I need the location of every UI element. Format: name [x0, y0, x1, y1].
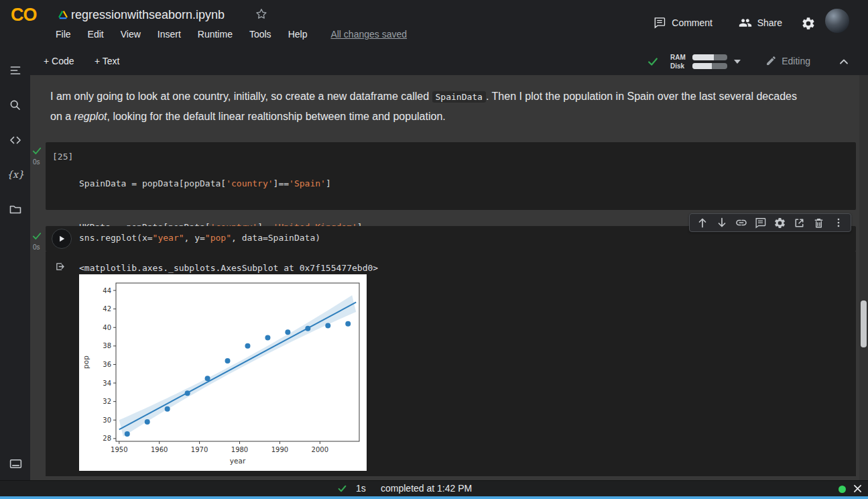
svg-text:42: 42: [103, 305, 111, 313]
matplotlib-figure: 1950196019701980199020002830323436384042…: [79, 274, 367, 471]
status-bar: 1s completed at 1:42 PM: [0, 480, 868, 496]
execution-count: [25]: [52, 152, 73, 162]
svg-text:year: year: [230, 457, 246, 465]
svg-text:1970: 1970: [191, 446, 208, 453]
open-cell-in-tab-icon[interactable]: [790, 214, 809, 231]
collapse-header-chevron-icon[interactable]: [837, 55, 851, 68]
move-cell-up-icon[interactable]: [692, 214, 712, 231]
table-of-contents-icon[interactable]: [7, 62, 24, 79]
svg-text:2000: 2000: [312, 446, 328, 453]
comment-icon: [653, 16, 666, 30]
cell1-success-check-icon: [32, 146, 42, 156]
code-snippets-icon[interactable]: [7, 131, 24, 149]
scrollbar-track[interactable]: [859, 75, 868, 480]
disk-meter: [692, 63, 727, 69]
variables-icon[interactable]: {x}: [7, 166, 24, 183]
markdown-text: , looking for the default linear realtio…: [107, 111, 446, 122]
runtime-connected-check-icon: [647, 56, 659, 68]
ram-meter: [692, 54, 727, 60]
cell1-exec-time: 0s: [33, 158, 40, 166]
settings-gear-icon[interactable]: [801, 16, 816, 31]
comment-label: Comment: [672, 17, 712, 28]
comment-button[interactable]: Comment: [653, 16, 712, 30]
svg-text:38: 38: [103, 342, 111, 349]
add-text-button[interactable]: + Text: [95, 56, 120, 66]
scrollbar-thumb[interactable]: [861, 300, 867, 347]
terminal-icon[interactable]: [7, 455, 24, 472]
status-check-icon: [337, 484, 347, 494]
save-status[interactable]: All changes saved: [330, 29, 407, 40]
svg-text:36: 36: [103, 361, 111, 368]
code-editor-2[interactable]: sns.regplot(x="year", y="pop", data=Spai…: [79, 233, 320, 243]
cell2-exec-time: 0s: [33, 243, 40, 251]
delete-cell-trash-icon[interactable]: [809, 214, 828, 231]
markdown-text: I am only going to look at one country, …: [50, 91, 432, 102]
ram-label: RAM: [670, 54, 689, 61]
menu-bar: File Edit View Insert Runtime Tools Help…: [56, 29, 407, 40]
svg-text:1980: 1980: [231, 446, 248, 453]
share-label: Share: [757, 17, 782, 28]
link-to-cell-icon[interactable]: [731, 214, 751, 231]
disk-label: Disk: [670, 62, 689, 70]
resource-monitor[interactable]: RAM Disk: [670, 53, 727, 70]
svg-text:1950: 1950: [111, 446, 127, 453]
run-cell-button[interactable]: [52, 229, 72, 249]
more-options-icon[interactable]: [828, 214, 848, 231]
editing-label: Editing: [782, 56, 810, 66]
colab-logo[interactable]: CO: [11, 5, 37, 25]
svg-text:30: 30: [103, 417, 111, 424]
cell-settings-gear-icon[interactable]: [770, 214, 790, 231]
svg-text:28: 28: [103, 435, 111, 442]
code-cell-1[interactable]: [25] SpainData = popData[popData['countr…: [46, 142, 856, 210]
svg-text:pop: pop: [82, 355, 90, 369]
regplot-chart: 1950196019701980199020002830323436384042…: [79, 274, 367, 471]
output-marker-icon[interactable]: [54, 261, 66, 272]
notebook-content: I am only going to look at one country, …: [30, 75, 868, 480]
output-area: <matplotlib.axes._subplots.AxesSubplot a…: [46, 252, 856, 476]
status-message: completed at 1:42 PM: [381, 483, 472, 494]
pencil-icon: [765, 55, 777, 66]
search-icon[interactable]: [7, 97, 24, 114]
svg-text:1990: 1990: [271, 446, 288, 453]
svg-text:1960: 1960: [151, 446, 168, 453]
menu-file[interactable]: File: [56, 29, 71, 40]
app-header: CO regressionwithseaborn.ipynb File Edit…: [0, 0, 868, 48]
add-code-button[interactable]: + Code: [44, 56, 74, 66]
user-avatar[interactable]: [825, 9, 849, 33]
menu-runtime[interactable]: Runtime: [198, 29, 233, 40]
files-folder-icon[interactable]: [7, 201, 24, 218]
cell2-success-check-icon: [32, 231, 42, 241]
markdown-italic: regplot: [74, 111, 107, 122]
notebook-filename[interactable]: regressionwithseaborn.ipynb: [71, 8, 225, 22]
bottom-accent-strip: [0, 496, 868, 499]
google-drive-icon: [57, 9, 69, 21]
notebook-toolbar: + Code + Text RAM Disk Editing: [30, 48, 868, 75]
svg-text:32: 32: [103, 398, 111, 405]
move-cell-down-icon[interactable]: [712, 214, 731, 231]
play-icon: [57, 234, 66, 243]
status-close-icon[interactable]: [853, 484, 862, 493]
add-comment-icon[interactable]: [751, 214, 770, 231]
menu-help[interactable]: Help: [288, 29, 308, 40]
menu-tools[interactable]: Tools: [249, 29, 271, 40]
star-icon[interactable]: [255, 7, 268, 21]
output-repr-text: <matplotlib.axes._subplots.AxesSubplot a…: [79, 263, 378, 273]
svg-text:44: 44: [103, 287, 111, 294]
editing-mode-button[interactable]: Editing: [765, 55, 810, 66]
inline-code-chip: SpainData: [432, 91, 486, 103]
svg-text:34: 34: [103, 380, 111, 387]
menu-edit[interactable]: Edit: [88, 29, 104, 40]
svg-text:40: 40: [103, 324, 111, 331]
cell-toolbar: [689, 213, 851, 232]
status-green-dot: [839, 486, 846, 493]
code-line: SpainData = popData[popData['country']==…: [79, 176, 363, 191]
resource-caret-down-icon[interactable]: [734, 60, 741, 64]
share-button[interactable]: Share: [739, 16, 782, 30]
markdown-cell[interactable]: I am only going to look at one country, …: [50, 87, 802, 126]
menu-insert[interactable]: Insert: [158, 29, 181, 40]
menu-view[interactable]: View: [121, 29, 141, 40]
status-exec-duration: 1s: [356, 483, 366, 494]
share-people-icon: [739, 16, 752, 30]
left-sidebar: {x}: [0, 48, 30, 480]
